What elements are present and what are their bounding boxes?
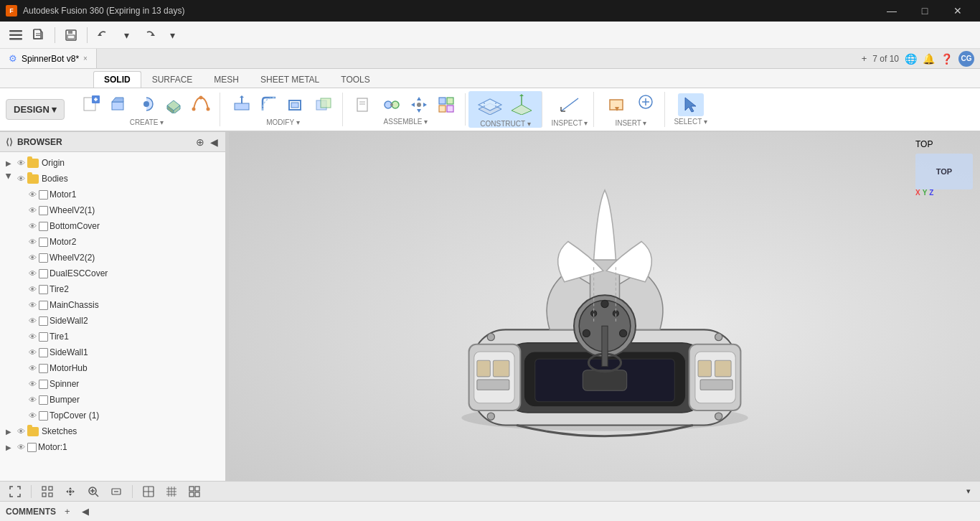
user-avatar[interactable]: CG <box>958 51 974 67</box>
more-display-button[interactable] <box>185 484 204 499</box>
tree-item-dualesccover[interactable]: 👁 DualESCCover <box>0 266 225 281</box>
cube-top-face[interactable]: TOP <box>915 139 944 154</box>
measure-button[interactable] <box>555 92 584 118</box>
box-button[interactable] <box>161 93 187 117</box>
tree-item-bumper[interactable]: 👁 Bumper <box>0 392 225 408</box>
cube-main-face[interactable]: TOP <box>915 154 973 189</box>
tree-item-topcover1[interactable]: 👁 TopCover (1) <box>0 408 225 423</box>
history-icon[interactable]: 🌐 <box>905 53 917 65</box>
maximize-button[interactable]: □ <box>908 0 941 22</box>
tree-item-motorhub[interactable]: 👁 MotorHub <box>0 360 225 376</box>
revolve-button[interactable] <box>133 93 159 117</box>
tree-item-origin[interactable]: ▶ 👁 Origin <box>0 155 225 171</box>
new-component-button[interactable] <box>352 93 377 116</box>
select-button[interactable] <box>678 93 704 116</box>
topcover1-visibility[interactable]: 👁 <box>26 409 39 422</box>
tree-item-tire2[interactable]: 👁 Tire2 <box>0 281 225 297</box>
move-button[interactable] <box>406 93 432 116</box>
toolbar-more-button[interactable]: ▾ <box>963 485 974 497</box>
tree-item-motor-ref[interactable]: ▶ 👁 Motor:1 <box>0 439 225 455</box>
undo-button[interactable] <box>93 25 113 45</box>
titlebar-controls[interactable]: — □ ✕ <box>875 0 974 22</box>
tree-item-sidewall2[interactable]: 👁 SideWall2 <box>0 313 225 329</box>
sketches-visibility[interactable]: 👁 <box>14 425 27 438</box>
comments-add-button[interactable]: + <box>62 504 73 518</box>
origin-arrow[interactable]: ▶ <box>3 159 14 167</box>
spinner-visibility[interactable]: 👁 <box>26 377 39 390</box>
sidewall1-visibility[interactable]: 👁 <box>26 346 39 359</box>
form-button[interactable] <box>188 93 214 117</box>
sketches-arrow[interactable]: ▶ <box>3 428 14 436</box>
undo-dropdown[interactable]: ▾ <box>116 25 136 45</box>
mainchassis-visibility[interactable]: 👁 <box>26 299 39 311</box>
ribbon-tab-solid[interactable]: SOLID <box>93 71 141 88</box>
browser-add-button[interactable]: ⊕ <box>194 135 206 149</box>
tree-item-tire1[interactable]: 👁 Tire1 <box>0 329 225 344</box>
motor1-visibility[interactable]: 👁 <box>26 188 39 201</box>
wheelv2-2-visibility[interactable]: 👁 <box>26 251 39 264</box>
grid-snap-button[interactable] <box>38 484 57 499</box>
origin-visibility[interactable]: 👁 <box>14 156 27 169</box>
bodies-arrow[interactable]: ▶ <box>5 173 13 184</box>
zoom-fit-button[interactable] <box>107 484 126 499</box>
midplane-button[interactable] <box>507 91 536 117</box>
display-mode-button[interactable] <box>139 484 158 499</box>
add-tab-button[interactable]: + <box>862 53 867 64</box>
motor2-visibility[interactable]: 👁 <box>26 235 39 248</box>
dualesccover-visibility[interactable]: 👁 <box>26 267 39 280</box>
tree-item-motor1[interactable]: 👁 Motor1 <box>0 187 225 202</box>
tree-item-wheelv2-1[interactable]: 👁 WheelV2(1) <box>0 202 225 218</box>
tree-item-motor2[interactable]: 👁 Motor2 <box>0 234 225 250</box>
motor-ref-visibility[interactable]: 👁 <box>14 441 27 454</box>
sidewall2-visibility[interactable]: 👁 <box>26 314 39 327</box>
browser-collapse-button[interactable]: ◀ <box>209 135 220 149</box>
bumper-visibility[interactable]: 👁 <box>26 393 39 406</box>
tree-item-bottomcover[interactable]: 👁 BottomCover <box>0 218 225 234</box>
tire2-visibility[interactable]: 👁 <box>26 283 39 296</box>
zoom-in-button[interactable] <box>84 484 103 499</box>
fillet-button[interactable] <box>256 93 282 117</box>
comments-collapse-button[interactable]: ◀ <box>79 504 92 518</box>
shell-button[interactable] <box>283 93 309 117</box>
viewport[interactable]: TOP TOP X Y Z <box>229 132 980 481</box>
grid-button[interactable] <box>162 484 181 499</box>
design-mode-button[interactable]: DESIGN ▾ <box>6 99 65 120</box>
motor-ref-arrow[interactable]: ▶ <box>3 443 14 451</box>
redo-dropdown[interactable]: ▾ <box>162 25 182 45</box>
bodies-visibility[interactable]: 👁 <box>14 172 27 185</box>
pan-button[interactable] <box>61 484 80 499</box>
file-button[interactable] <box>29 25 49 45</box>
ribbon-tab-surface[interactable]: SURFACE <box>141 71 204 88</box>
press-pull-button[interactable] <box>229 93 255 117</box>
redo-button[interactable] <box>139 25 159 45</box>
tree-item-sidewall1[interactable]: 👁 SideWall1 <box>0 344 225 360</box>
tree-item-wheelv2-2[interactable]: 👁 WheelV2(2) <box>0 250 225 266</box>
assemble-more-button[interactable] <box>433 93 459 116</box>
ribbon-tab-tools[interactable]: TOOLS <box>330 71 380 88</box>
view-cube[interactable]: TOP TOP X Y Z <box>915 139 973 197</box>
tree-item-spinner[interactable]: 👁 Spinner <box>0 376 225 392</box>
close-button[interactable]: ✕ <box>941 0 974 22</box>
combine-button[interactable] <box>311 93 336 117</box>
help-icon[interactable]: ❓ <box>941 53 953 65</box>
tree-item-bodies[interactable]: ▶ 👁 Bodies <box>0 171 225 187</box>
extrude-button[interactable] <box>106 93 132 117</box>
bottomcover-visibility[interactable]: 👁 <box>26 220 39 233</box>
ribbon-tab-sheetmetal[interactable]: SHEET METAL <box>250 71 330 88</box>
wheelv2-1-visibility[interactable]: 👁 <box>26 204 39 217</box>
create-new-component-button[interactable] <box>79 93 105 117</box>
tree-item-sketches[interactable]: ▶ 👁 Sketches <box>0 423 225 439</box>
tab-close-button[interactable]: × <box>83 55 88 62</box>
offset-plane-button[interactable] <box>474 91 506 118</box>
insert-more-button[interactable] <box>633 92 659 112</box>
joint-button[interactable] <box>379 93 405 116</box>
notifications-icon[interactable]: 🔔 <box>923 53 935 65</box>
tire1-visibility[interactable]: 👁 <box>26 330 39 343</box>
insert-button[interactable] <box>603 92 631 118</box>
minimize-button[interactable]: — <box>875 0 908 22</box>
fit-view-button[interactable] <box>6 484 24 499</box>
active-tab[interactable]: ⚙ SpinnerBot v8* × <box>0 49 97 68</box>
save-button[interactable] <box>61 25 81 45</box>
ribbon-tab-mesh[interactable]: MESH <box>203 71 250 88</box>
app-menu-button[interactable] <box>6 25 26 45</box>
